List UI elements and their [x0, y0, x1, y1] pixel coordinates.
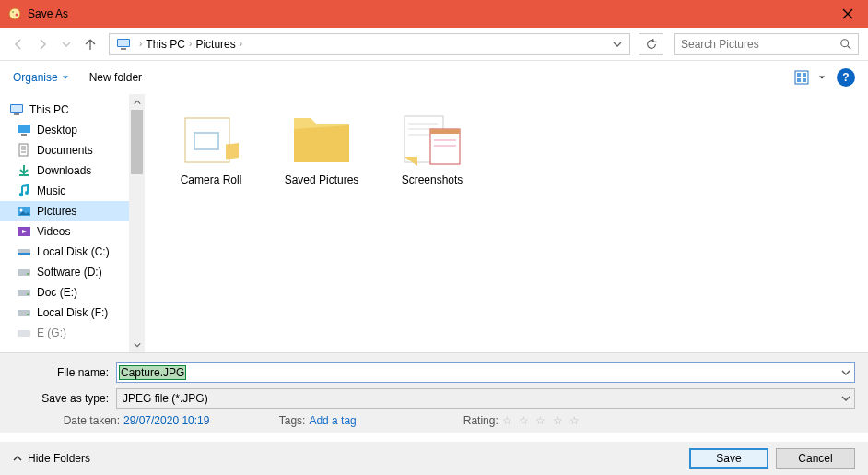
tree-music[interactable]: Music	[0, 181, 129, 201]
tree-videos[interactable]: Videos	[0, 221, 129, 242]
tags-label: Tags:	[268, 414, 305, 427]
search-input[interactable]	[681, 38, 839, 51]
svg-rect-16	[11, 105, 22, 112]
forward-button[interactable]	[33, 35, 52, 53]
drive-icon	[17, 265, 31, 279]
bottom-panel: File name: Capture.JPG Save as type: JPE…	[0, 352, 868, 433]
address-bar[interactable]: › This PC › Pictures ›	[109, 33, 630, 55]
scroll-track[interactable]	[129, 110, 145, 337]
svg-point-38	[27, 314, 29, 315]
tree-label: Local Disk (C:)	[37, 245, 110, 258]
svg-rect-40	[185, 118, 229, 162]
folder-icon	[178, 113, 244, 168]
svg-point-34	[27, 273, 29, 275]
scroll-thumb[interactable]	[131, 110, 143, 174]
tree-downloads[interactable]: Downloads	[0, 160, 129, 181]
chevron-down-icon	[62, 74, 69, 81]
date-taken-label: Date taken:	[50, 414, 120, 427]
pc-icon	[115, 36, 132, 53]
view-icon	[794, 70, 815, 85]
chevron-right-icon: ›	[240, 39, 242, 49]
rating-stars[interactable]: ☆ ☆ ☆ ☆ ☆	[502, 414, 581, 427]
tree-drive-e[interactable]: Doc (E:)	[0, 282, 129, 303]
save-button[interactable]: Save	[689, 448, 768, 469]
tree-label: Pictures	[37, 205, 76, 218]
chevron-right-icon: ›	[139, 39, 142, 49]
tree-pictures[interactable]: Pictures	[0, 201, 129, 221]
drive-icon	[17, 244, 31, 259]
music-icon	[17, 184, 31, 198]
organise-menu[interactable]: Organise	[13, 71, 69, 84]
back-button[interactable]	[9, 35, 28, 53]
view-menu[interactable]	[794, 70, 826, 85]
organise-label: Organise	[13, 71, 58, 84]
tree-drive-f[interactable]: Local Disk (F:)	[0, 303, 129, 323]
search-box[interactable]	[674, 33, 859, 55]
tree-documents[interactable]: Documents	[0, 140, 129, 160]
svg-rect-33	[18, 269, 30, 276]
svg-rect-7	[121, 48, 126, 50]
filename-value: Capture.JPG	[119, 365, 186, 380]
window-title: Save As	[28, 7, 827, 20]
title-bar: Save As	[0, 0, 868, 28]
scroll-up-icon[interactable]	[129, 94, 145, 110]
tags-add[interactable]: Add a tag	[309, 414, 356, 427]
tree-label: E (G:)	[37, 327, 66, 339]
folder-screenshots[interactable]: Screenshots	[388, 113, 476, 186]
tree-drive-c[interactable]: Local Disk (C:)	[0, 242, 129, 262]
svg-rect-35	[18, 290, 30, 296]
scroll-down-icon[interactable]	[129, 337, 145, 352]
up-button[interactable]	[81, 35, 100, 53]
tree-label: This PC	[29, 103, 69, 116]
svg-point-0	[9, 8, 20, 19]
recent-dropdown[interactable]	[57, 35, 76, 53]
tree-label: Software (D:)	[37, 266, 102, 279]
svg-rect-6	[118, 40, 129, 46]
svg-rect-19	[21, 134, 27, 136]
date-taken-value[interactable]: 29/07/2020 10:19	[123, 414, 209, 427]
tree-drive-g[interactable]: E (G:)	[0, 323, 129, 343]
help-button[interactable]: ?	[837, 68, 855, 87]
search-icon	[839, 38, 852, 51]
toolbar: Organise New folder ?	[0, 61, 868, 94]
close-button[interactable]	[827, 0, 868, 28]
svg-rect-42	[226, 143, 239, 159]
cancel-button[interactable]: Cancel	[776, 448, 855, 469]
tree-desktop[interactable]: Desktop	[0, 120, 129, 140]
svg-rect-47	[430, 129, 460, 164]
breadcrumb-pictures[interactable]: Pictures	[195, 38, 235, 51]
filename-dropdown-icon[interactable]	[841, 368, 850, 377]
tree-label: Documents	[37, 144, 93, 157]
address-dropdown-icon[interactable]	[607, 40, 628, 49]
folder-label: Camera Roll	[181, 173, 242, 186]
tree-this-pc[interactable]: This PC	[0, 100, 129, 120]
new-folder-button[interactable]: New folder	[89, 71, 142, 84]
savetype-label: Save as type:	[13, 392, 116, 405]
tree-drive-d[interactable]: Software (D:)	[0, 262, 129, 282]
filename-input[interactable]: Capture.JPG	[116, 362, 855, 383]
rating-label: Rating:	[452, 414, 499, 427]
file-pane[interactable]: Camera Roll Saved Pictures Screenshots	[145, 94, 868, 352]
breadcrumb-this-pc[interactable]: This PC	[146, 38, 185, 51]
tree-label: Videos	[37, 225, 70, 238]
refresh-button[interactable]	[639, 33, 663, 55]
svg-point-2	[16, 14, 18, 17]
svg-point-25	[19, 193, 23, 196]
drive-icon	[17, 305, 31, 320]
savetype-select[interactable]: JPEG file (*.JPG)	[116, 388, 855, 409]
pc-icon	[9, 102, 24, 117]
folder-camera-roll[interactable]: Camera Roll	[167, 113, 255, 186]
hide-folders-toggle[interactable]: Hide Folders	[13, 452, 90, 465]
footer: Hide Folders Save Cancel	[0, 442, 868, 475]
folder-saved-pictures[interactable]: Saved Pictures	[277, 113, 366, 186]
svg-rect-32	[18, 253, 30, 255]
app-icon	[7, 6, 22, 21]
tree-label: Local Disk (F:)	[37, 306, 108, 319]
documents-icon	[17, 143, 31, 158]
chevron-up-icon	[13, 454, 22, 463]
hide-folders-label: Hide Folders	[28, 452, 90, 465]
savetype-value: JPEG file (*.JPG)	[123, 392, 208, 405]
drive-icon	[17, 285, 31, 300]
tree-scrollbar[interactable]	[129, 94, 145, 352]
svg-point-26	[25, 191, 29, 195]
